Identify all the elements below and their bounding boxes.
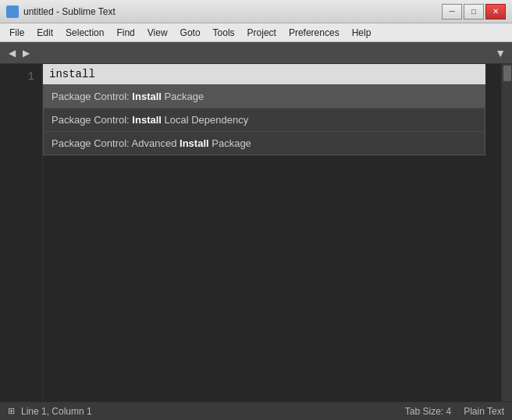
- menu-item-edit[interactable]: Edit: [30, 26, 59, 40]
- window-title: untitled - Sublime Text: [23, 6, 442, 17]
- command-item[interactable]: Package Control: Install Package: [44, 85, 485, 109]
- menu-item-file[interactable]: File: [3, 26, 30, 40]
- line-number: 1: [8, 70, 34, 83]
- scrollbar[interactable]: [501, 64, 512, 401]
- tab-size[interactable]: Tab Size: 4: [405, 406, 451, 417]
- toolbar: ◀ ▶ ▼: [0, 42, 512, 64]
- status-bar: ⊞ Line 1, Column 1 Tab Size: 4 Plain Tex…: [0, 401, 512, 420]
- command-palette: Package Control: Install PackagePackage …: [43, 64, 485, 155]
- svg-point-0: [9, 8, 16, 16]
- close-button[interactable]: ✕: [485, 4, 506, 20]
- editor-area: Package Control: Install PackagePackage …: [43, 64, 501, 401]
- minimize-button[interactable]: ─: [442, 4, 462, 20]
- line-numbers: 1: [0, 64, 43, 401]
- window-controls: ─ □ ✕: [442, 4, 506, 20]
- forward-button[interactable]: ▶: [20, 48, 31, 59]
- toolbar-dropdown[interactable]: ▼: [495, 47, 506, 59]
- menu-bar: FileEditSelectionFindViewGotoToolsProjec…: [0, 23, 512, 42]
- menu-item-tools[interactable]: Tools: [207, 26, 241, 40]
- main-area: 1 Package Control: Install PackagePackag…: [0, 64, 512, 401]
- back-button[interactable]: ◀: [6, 48, 17, 59]
- menu-item-help[interactable]: Help: [346, 26, 378, 40]
- menu-item-selection[interactable]: Selection: [59, 26, 110, 40]
- cursor-position: Line 1, Column 1: [21, 406, 92, 417]
- menu-item-preferences[interactable]: Preferences: [283, 26, 346, 40]
- app-icon: [6, 5, 19, 18]
- command-item[interactable]: Package Control: Advanced Install Packag…: [44, 132, 485, 155]
- status-right: Tab Size: 4 Plain Text: [405, 406, 504, 417]
- title-bar: untitled - Sublime Text ─ □ ✕: [0, 0, 512, 23]
- maximize-button[interactable]: □: [464, 4, 484, 20]
- command-item[interactable]: Package Control: Install Local Dependenc…: [44, 109, 485, 132]
- scrollbar-thumb: [503, 66, 511, 81]
- syntax-language[interactable]: Plain Text: [464, 406, 504, 417]
- command-input[interactable]: [43, 64, 485, 84]
- status-left: ⊞ Line 1, Column 1: [8, 406, 92, 417]
- command-dropdown: Package Control: Install PackagePackage …: [43, 84, 485, 155]
- menu-item-find[interactable]: Find: [110, 26, 140, 40]
- menu-item-project[interactable]: Project: [241, 26, 283, 40]
- menu-item-goto[interactable]: Goto: [174, 26, 207, 40]
- file-status-icon: ⊞: [8, 406, 15, 416]
- menu-item-view[interactable]: View: [141, 26, 174, 40]
